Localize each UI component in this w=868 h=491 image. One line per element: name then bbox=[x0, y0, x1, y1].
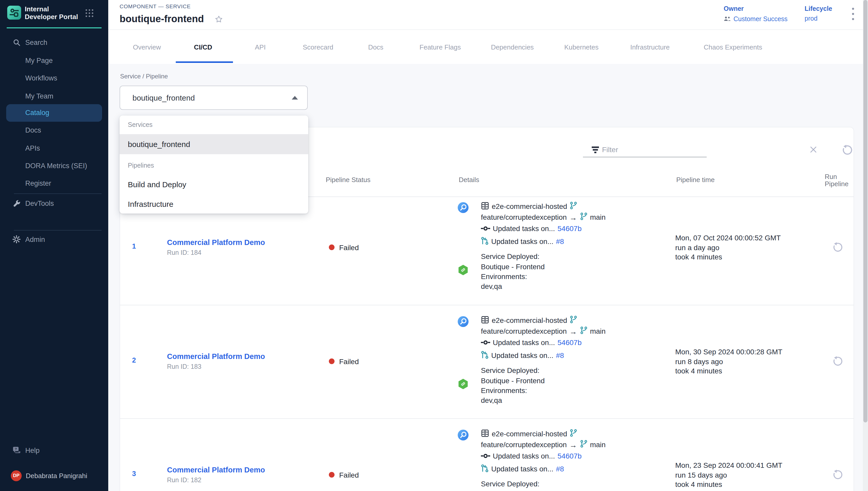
pull-request-icon bbox=[481, 236, 489, 246]
run-pipeline-retry-icon[interactable] bbox=[832, 242, 843, 255]
git-branch-icon bbox=[570, 202, 578, 211]
detail-deployed-service: Boutique - Frontend bbox=[481, 375, 545, 386]
pr-link[interactable]: #8 bbox=[556, 237, 564, 246]
status-badge: Failed bbox=[339, 357, 359, 366]
app-logo-icon[interactable] bbox=[7, 6, 21, 20]
tab-infrastructure[interactable]: Infrastructure bbox=[630, 43, 670, 51]
menu-item-build-and-deploy[interactable]: Build and Deploy bbox=[120, 175, 308, 195]
refresh-icon[interactable] bbox=[841, 144, 852, 158]
detail-repo-line: e2e-commercial-hosted bbox=[481, 315, 578, 326]
sidebar-item-help[interactable]: ? Help bbox=[0, 443, 108, 458]
git-branch-icon bbox=[580, 326, 587, 336]
detail-env-values: dev,qa bbox=[481, 281, 502, 292]
repo-icon bbox=[481, 201, 489, 211]
tab-overview[interactable]: Overview bbox=[133, 43, 161, 51]
commit-icon bbox=[481, 224, 490, 233]
time-ago: run 8 days ago bbox=[675, 357, 723, 366]
sidebar-user[interactable]: DP Debabrata Panigrahi bbox=[0, 468, 108, 483]
clear-filter-icon[interactable] bbox=[810, 146, 817, 155]
commit-link[interactable]: 54607b bbox=[557, 452, 581, 460]
pr-link[interactable]: #8 bbox=[556, 465, 564, 473]
sidebar-item-search[interactable]: Search bbox=[0, 35, 108, 50]
pipeline-run-link[interactable]: Commercial Platform Demo bbox=[167, 352, 265, 360]
ci-stage-icon bbox=[458, 316, 468, 329]
menu-item-infrastructure[interactable]: Infrastructure bbox=[120, 195, 308, 213]
time-took: took 4 minutes bbox=[675, 367, 722, 375]
sidebar-brand-rule bbox=[7, 27, 101, 28]
time-date: Mon, 23 Sep 2024 00:00:41 GMT bbox=[675, 461, 782, 469]
git-branch-icon bbox=[580, 212, 587, 222]
detail-deployed-service: Boutique - Frontend bbox=[481, 489, 545, 491]
tab-cicd[interactable]: CI/CD bbox=[194, 43, 212, 51]
table-row: 2 Commercial Platform Demo Run ID: 183 F… bbox=[120, 305, 854, 418]
people-icon bbox=[724, 15, 731, 24]
detail-commit-line: Updated tasks on... 54607b bbox=[481, 337, 582, 348]
kebab-menu-icon[interactable] bbox=[848, 7, 858, 21]
commit-link[interactable]: 54607b bbox=[557, 338, 581, 347]
commit-icon bbox=[481, 338, 490, 347]
app-grid-icon[interactable] bbox=[86, 9, 94, 18]
status-badge: Failed bbox=[339, 243, 359, 252]
service-pipeline-select[interactable]: boutique_frontend bbox=[120, 86, 308, 110]
sidebar-item-catalog[interactable]: Catalog bbox=[6, 104, 102, 121]
time-date: Mon, 30 Sep 2024 00:00:28 GMT bbox=[675, 347, 782, 356]
menu-group-services: Services bbox=[120, 116, 308, 135]
owner-label: Owner bbox=[724, 5, 787, 12]
sidebar-item-devtools[interactable]: DevTools bbox=[0, 196, 108, 211]
ci-stage-icon bbox=[458, 429, 468, 442]
column-header-details: Details bbox=[459, 176, 479, 183]
sidebar-divider bbox=[14, 230, 101, 230]
time-took: took 4 minutes bbox=[675, 480, 722, 488]
select-dropdown-menu: Services boutique_frontend Pipelines Bui… bbox=[120, 116, 308, 213]
row-number: 2 bbox=[126, 356, 142, 364]
filter-input[interactable] bbox=[602, 143, 690, 156]
lifecycle-label: Lifecycle bbox=[805, 5, 832, 12]
sidebar-item-workflows[interactable]: Workflows bbox=[0, 71, 108, 85]
sidebar-item-my-team[interactable]: My Team bbox=[0, 89, 108, 103]
sidebar-item-docs[interactable]: Docs bbox=[0, 123, 108, 138]
sidebar-item-my-page[interactable]: My Page bbox=[0, 53, 108, 67]
tab-feature-flags[interactable]: Feature Flags bbox=[420, 43, 461, 51]
user-name: Debabrata Panigrahi bbox=[26, 472, 87, 480]
scrollbar-thumb[interactable] bbox=[863, 0, 867, 422]
header-divider bbox=[108, 29, 868, 30]
detail-deployed-service: Boutique - Frontend bbox=[481, 261, 545, 272]
column-header-run-pipeline: Run Pipeline bbox=[825, 173, 856, 187]
pull-request-icon bbox=[481, 464, 489, 474]
active-tab-underline bbox=[176, 61, 233, 63]
detail-pr-line: Updated tasks on... #8 bbox=[481, 350, 564, 361]
pipeline-run-link[interactable]: Commercial Platform Demo bbox=[167, 238, 265, 246]
owner-link[interactable]: Customer Success bbox=[734, 16, 787, 23]
tab-api[interactable]: API bbox=[255, 43, 266, 51]
pr-link[interactable]: #8 bbox=[556, 351, 564, 359]
column-header-status: Pipeline Status bbox=[326, 176, 370, 183]
git-branch-icon bbox=[580, 440, 587, 449]
pipeline-run-link[interactable]: Commercial Platform Demo bbox=[167, 465, 265, 474]
sidebar-item-dora-metrics[interactable]: DORA Metrics (SEI) bbox=[0, 158, 108, 173]
time-took: took 4 minutes bbox=[675, 253, 722, 261]
menu-item-boutique-frontend[interactable]: boutique_frontend bbox=[120, 135, 308, 154]
page-scrollbar[interactable] bbox=[863, 0, 868, 491]
commit-link[interactable]: 54607b bbox=[557, 224, 581, 233]
tab-chaos-experiments[interactable]: Chaos Experiments bbox=[704, 43, 762, 51]
tab-kubernetes[interactable]: Kubernetes bbox=[564, 43, 599, 51]
sidebar-item-apis[interactable]: APIs bbox=[0, 141, 108, 155]
sidebar-item-register[interactable]: Register bbox=[0, 176, 108, 190]
help-chat-icon: ? bbox=[12, 446, 21, 454]
git-branch-icon bbox=[570, 429, 578, 438]
favorite-star-icon[interactable] bbox=[214, 15, 223, 26]
detail-branch-line: feature/corruptedexception → main bbox=[481, 212, 606, 223]
run-pipeline-retry-icon[interactable] bbox=[832, 356, 843, 369]
tab-dependencies[interactable]: Dependencies bbox=[491, 43, 534, 51]
tab-scorecard[interactable]: Scorecard bbox=[303, 43, 334, 51]
select-value: boutique_frontend bbox=[132, 93, 195, 102]
detail-pr-line: Updated tasks on... #8 bbox=[481, 236, 564, 247]
arrow-right-icon: → bbox=[569, 440, 577, 449]
detail-deployed-label: Service Deployed: bbox=[481, 365, 539, 376]
sidebar-item-admin[interactable]: Admin bbox=[0, 232, 108, 247]
run-pipeline-retry-icon[interactable] bbox=[832, 469, 843, 482]
sidebar-divider bbox=[14, 193, 101, 194]
detail-env-values: dev,qa bbox=[481, 395, 502, 406]
tab-docs[interactable]: Docs bbox=[368, 43, 383, 51]
svg-text:?: ? bbox=[15, 447, 17, 451]
